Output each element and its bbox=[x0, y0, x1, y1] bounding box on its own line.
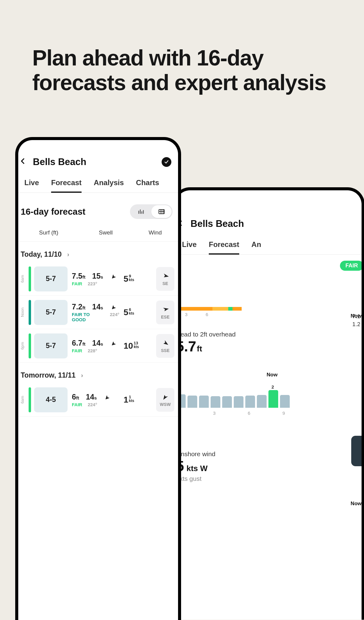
rating-timeline[interactable]: 36 Now bbox=[176, 303, 362, 313]
wind-speed: 56kts bbox=[124, 308, 134, 317]
mini-bar bbox=[280, 395, 290, 408]
quality-bar bbox=[29, 387, 31, 412]
swell-cell: 7.2ft 14s FAIR TO GOOD 224° bbox=[68, 302, 119, 322]
surf-height-value: 5.7ft bbox=[176, 338, 362, 355]
strip-segment bbox=[233, 307, 242, 311]
time-label: 6am bbox=[20, 396, 27, 403]
mini-bar bbox=[222, 396, 232, 408]
surf-range: 5-7 bbox=[34, 333, 68, 358]
day-label: Today, 11/10 bbox=[21, 250, 62, 259]
wind-tile: SSE bbox=[156, 334, 174, 358]
surf-side-reading-2: 1.2 bbox=[352, 321, 360, 328]
swell-direction-icon bbox=[103, 393, 111, 401]
quality-bar bbox=[29, 266, 31, 291]
wind-subtitle: Onshore wind bbox=[176, 450, 362, 458]
wind-speed: 11kts bbox=[124, 395, 134, 405]
back-button[interactable] bbox=[18, 157, 27, 167]
cam-thumbnail[interactable] bbox=[351, 436, 364, 466]
wind-gust: 1 bbox=[129, 395, 131, 399]
spot-title: Bells Beach bbox=[33, 157, 156, 167]
swell-degrees: 223° bbox=[88, 281, 97, 286]
wind-unit: kts bbox=[129, 278, 134, 282]
surf-subtitle: Head to 2ft overhead bbox=[176, 331, 362, 338]
tab-live[interactable]: Live bbox=[18, 175, 45, 192]
rating-label: FAIR bbox=[72, 402, 82, 407]
wind-cardinal: ESE bbox=[161, 315, 170, 319]
view-toggle[interactable] bbox=[130, 204, 173, 219]
tabs-front: LiveForecastAnalysisCharts bbox=[18, 172, 178, 193]
section-title: 16-day forecast bbox=[21, 207, 86, 217]
swell-degrees: 224° bbox=[88, 402, 97, 407]
wind-unit: kts bbox=[129, 312, 134, 315]
swell-degrees: 224° bbox=[110, 312, 119, 317]
wind-tile: WSW bbox=[156, 388, 174, 412]
view-toggle-table-icon[interactable] bbox=[151, 205, 172, 218]
forecast-row[interactable]: 6am 4-5 6ft 14s FAIR 224° 11kts bbox=[18, 383, 178, 417]
time-label: 6pm bbox=[20, 342, 27, 350]
forecast-row[interactable]: 6am 5-7 7.5ft 15s FAIR 223° 59kts bbox=[18, 262, 178, 296]
col-swell-label: Swell bbox=[79, 229, 132, 236]
wind-gust-line: 6kts gust bbox=[176, 475, 362, 482]
surf-range: 4-5 bbox=[34, 387, 68, 412]
mini-bar bbox=[268, 390, 278, 408]
swell-cell: 6.7ft 14s FAIR 228° bbox=[68, 339, 119, 353]
tab-analysis[interactable]: Analysis bbox=[88, 175, 130, 192]
wind-direction-icon bbox=[161, 305, 169, 313]
strip-segment bbox=[176, 307, 212, 311]
rating-label: FAIR bbox=[72, 281, 82, 286]
surf-side-reading-1: 7.1 bbox=[352, 313, 360, 320]
tab-forecast[interactable]: Forecast bbox=[203, 237, 245, 254]
swell-direction-icon bbox=[110, 303, 118, 311]
col-wind-label: Wind bbox=[132, 229, 178, 236]
swell-cell: 6ft 14s FAIR 224° bbox=[68, 393, 119, 407]
swell-period: 14s bbox=[86, 393, 97, 401]
wind-cell: 11kts WSW bbox=[119, 388, 176, 412]
strip-segment bbox=[212, 307, 228, 311]
mini-tick: 9 bbox=[282, 410, 285, 416]
rating-label: FAIR bbox=[72, 348, 82, 353]
tab-charts[interactable]: Charts bbox=[130, 175, 165, 192]
tab-forecast[interactable]: Forecast bbox=[45, 175, 88, 192]
time-label: 6am bbox=[20, 275, 27, 283]
mini-bar bbox=[211, 396, 220, 408]
wind-cardinal: SE bbox=[163, 281, 168, 286]
tab-analysis-truncated[interactable]: An bbox=[245, 237, 267, 254]
day-header[interactable]: Tomorrow, 11/11› bbox=[18, 363, 178, 383]
favorite-checked-icon[interactable] bbox=[162, 157, 171, 167]
swell-height: 7.5ft bbox=[72, 272, 86, 280]
wind-direction-icon bbox=[161, 339, 169, 347]
mini-bar bbox=[245, 396, 255, 408]
forecast-table: Today, 11/10› 6am 5-7 7.5ft 15s FAIR 223… bbox=[18, 242, 178, 417]
wind-cell: 1013kts SSE bbox=[119, 334, 176, 358]
mini-bar bbox=[187, 396, 197, 408]
swell-direction-icon bbox=[110, 273, 118, 280]
chevron-right-icon: › bbox=[81, 372, 83, 379]
mini-tick: 6 bbox=[248, 410, 250, 416]
forecast-row[interactable]: 6pm 5-7 6.7ft 14s FAIR 228° 1013kts bbox=[18, 329, 178, 363]
swell-height: 7.2ft bbox=[72, 302, 86, 311]
day-header[interactable]: Today, 11/10› bbox=[18, 242, 178, 262]
wind-gust: 9 bbox=[129, 274, 131, 278]
surf-range: 5-7 bbox=[34, 266, 68, 291]
forecast-row[interactable]: Noon 5-7 7.2ft 14s FAIR TO GOOD 224° 56k… bbox=[18, 296, 178, 329]
surf-mini-chart[interactable]: Now 3629 bbox=[176, 382, 362, 416]
wind-cardinal: SSE bbox=[161, 348, 170, 353]
wind-unit: kts bbox=[129, 399, 134, 403]
table-column-headers: Surf (ft) Swell Wind bbox=[18, 227, 178, 242]
wind-cell: 56kts ESE bbox=[119, 301, 176, 324]
wind-tile: ESE bbox=[156, 301, 174, 324]
wind-unit: kts bbox=[134, 345, 139, 349]
wind-cell: 59kts SE bbox=[119, 267, 176, 291]
swell-height: 6.7ft bbox=[72, 339, 86, 347]
tabs-back: Live Forecast An bbox=[176, 234, 362, 255]
wind-gust: 6 bbox=[129, 308, 131, 312]
surf-height-unit: ft bbox=[197, 344, 202, 354]
rating-pill: FAIR bbox=[340, 261, 363, 271]
view-toggle-chart-icon[interactable] bbox=[131, 208, 151, 215]
wind-now-label: Now bbox=[351, 501, 362, 507]
swell-direction-icon bbox=[110, 340, 118, 347]
spot-title: Bells Beach bbox=[191, 218, 355, 229]
wind-unit: kts W bbox=[187, 464, 208, 473]
surf-range: 5-7 bbox=[34, 300, 68, 325]
wind-speed: 59kts bbox=[124, 274, 134, 284]
